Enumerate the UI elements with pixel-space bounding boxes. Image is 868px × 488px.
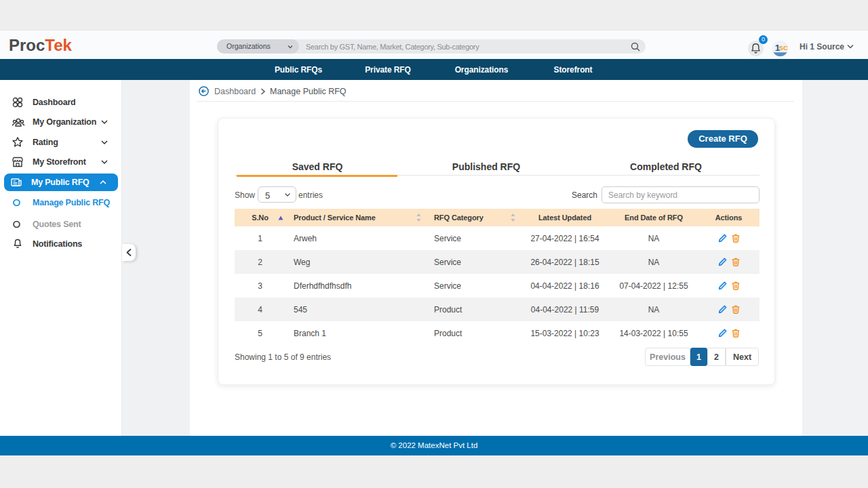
svg-text:SC: SC [779, 44, 788, 52]
